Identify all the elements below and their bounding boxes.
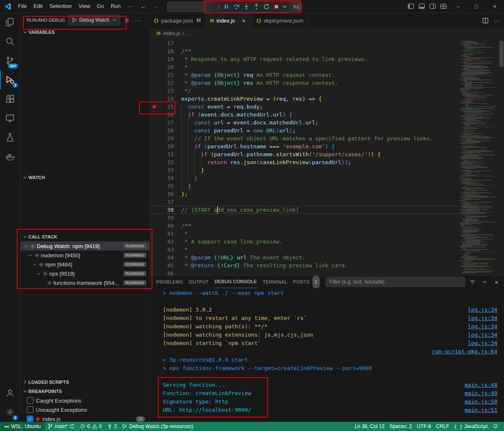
code-editor[interactable]: 1718/**19 * Responds to any HTTP request… bbox=[149, 38, 504, 275]
line-number[interactable]: 37 bbox=[159, 199, 174, 205]
code-line[interactable]: 34 } bbox=[149, 174, 459, 182]
stop-button[interactable] bbox=[271, 2, 281, 12]
callstack-section-header[interactable]: CALL STACK bbox=[20, 232, 149, 241]
console-filter-input[interactable] bbox=[326, 277, 465, 287]
line-number[interactable]: 40 bbox=[159, 223, 174, 229]
pause-button[interactable] bbox=[221, 2, 231, 12]
line-number[interactable]: 22 bbox=[159, 80, 174, 86]
line-number[interactable]: 33 bbox=[159, 167, 174, 173]
panel-tab-ports[interactable]: PORTS2 bbox=[293, 276, 320, 288]
step-over-button[interactable] bbox=[231, 2, 241, 12]
statusbar-ports[interactable]: 2 bbox=[104, 422, 119, 431]
line-number[interactable]: 20 bbox=[159, 64, 174, 70]
code-line[interactable]: 19 * Responds to any HTTP request relate… bbox=[149, 55, 459, 63]
line-number[interactable]: 35 bbox=[159, 183, 174, 189]
code-line[interactable]: 28 const parsedUrl = new URL(url); bbox=[149, 127, 459, 134]
breakpoints-section-header[interactable]: BREAKPOINTS bbox=[20, 387, 149, 396]
code-line[interactable]: 30 if (parsedUrl.hostname === 'example.c… bbox=[149, 142, 459, 150]
toggle-primary-sidebar-icon[interactable] bbox=[405, 1, 416, 12]
line-number[interactable]: 44 bbox=[159, 254, 174, 261]
step-out-button[interactable] bbox=[251, 2, 261, 12]
activity-settings[interactable]: 1 bbox=[0, 403, 20, 422]
callstack-row[interactable]: npx [9519]RUNNING bbox=[20, 269, 149, 278]
console-source-link[interactable]: main.js:48 bbox=[465, 381, 497, 389]
panel-tab-problems[interactable]: PROBLEMS bbox=[156, 276, 183, 288]
debug-console-input[interactable] bbox=[149, 413, 504, 422]
breakpoint-gutter[interactable] bbox=[149, 105, 159, 109]
code-line[interactable]: 41 * bbox=[149, 230, 459, 238]
restart-button[interactable] bbox=[261, 2, 271, 12]
statusbar-problems[interactable]: 00 bbox=[77, 422, 104, 431]
code-area[interactable]: 1718/**19 * Responds to any HTTP request… bbox=[149, 38, 459, 275]
activity-search[interactable] bbox=[0, 32, 20, 51]
minimize-button[interactable]: – bbox=[449, 0, 467, 13]
activity-extensions[interactable] bbox=[0, 89, 20, 109]
debug-settings-gear-icon[interactable] bbox=[123, 16, 131, 24]
activity-testing[interactable] bbox=[0, 128, 20, 147]
panel-tab-debug-console[interactable]: DEBUG CONSOLE bbox=[215, 276, 257, 288]
menu-selection[interactable]: Selection bbox=[46, 2, 75, 11]
line-number[interactable]: 39 bbox=[159, 215, 174, 221]
statusbar-cursor-position[interactable]: Ln 38, Col 12 bbox=[352, 422, 387, 431]
line-number[interactable]: 41 bbox=[159, 231, 174, 237]
tab-package.json[interactable]: {}package.jsonM bbox=[149, 13, 205, 28]
statusbar-debug-session[interactable]: Debug Watch (3p-resources) bbox=[119, 422, 196, 431]
breakpoint-row[interactable]: ✓index.js25 bbox=[20, 414, 149, 422]
split-editor-icon[interactable] bbox=[482, 18, 489, 24]
console-source-link[interactable]: log.js:34 bbox=[468, 314, 497, 322]
code-line[interactable]: 21 * @param {Object} req An HTTP request… bbox=[149, 71, 459, 79]
console-source-link[interactable]: log.js:34 bbox=[468, 322, 497, 331]
watch-section-header[interactable]: WATCH bbox=[20, 173, 149, 182]
line-number[interactable]: 19 bbox=[159, 56, 174, 62]
breakpoint-row[interactable]: Caught Exceptions bbox=[20, 396, 149, 405]
start-debug-icon[interactable] bbox=[71, 17, 77, 23]
breadcrumb[interactable]: JS index.js › ... bbox=[149, 28, 504, 38]
line-number[interactable]: 43 bbox=[159, 246, 174, 253]
code-line[interactable]: 25 const event = req.body; bbox=[149, 103, 459, 111]
menu-view[interactable]: View bbox=[75, 2, 94, 11]
toolbar-chevron-button[interactable] bbox=[281, 2, 288, 12]
callstack-row[interactable]: Debug Watch: npm [9419]RUNNING bbox=[20, 241, 149, 251]
line-number[interactable]: 21 bbox=[159, 72, 174, 78]
minimap[interactable] bbox=[459, 38, 499, 275]
code-line[interactable]: 37 bbox=[149, 198, 459, 206]
maximize-button[interactable]: □ bbox=[467, 0, 486, 13]
code-line[interactable]: 43 * bbox=[149, 246, 459, 254]
loaded-scripts-section-header[interactable]: LOADED SCRIPTS bbox=[20, 378, 149, 387]
editor-more-actions[interactable]: ··· bbox=[494, 18, 499, 24]
code-line[interactable]: 36}; bbox=[149, 190, 459, 198]
code-line[interactable]: 38// [START add_ons_case_preview_link] bbox=[149, 206, 459, 214]
forward-arrow-icon[interactable]: → bbox=[152, 3, 158, 10]
customize-layout-icon[interactable] bbox=[438, 1, 449, 12]
line-number[interactable]: 46 bbox=[159, 270, 174, 275]
tab-deployment.json[interactable]: {}deployment.json bbox=[252, 13, 308, 28]
code-line[interactable]: 23 */ bbox=[149, 87, 459, 95]
remote-indicator[interactable]: >< WSL: Ubuntu bbox=[0, 422, 45, 431]
code-line[interactable]: 29 // If the event object URL matches a … bbox=[149, 134, 459, 142]
menu-more[interactable]: ··· bbox=[124, 2, 136, 11]
debug-config-dropdown[interactable]: Debug Watch bbox=[68, 15, 120, 25]
line-number[interactable]: 38 bbox=[159, 207, 174, 213]
breakpoint-checkbox[interactable]: ✓ bbox=[27, 416, 33, 422]
activity-remote-explorer[interactable] bbox=[0, 109, 20, 128]
activity-docker[interactable] bbox=[0, 147, 20, 166]
code-line[interactable]: 26 if (event.docs.matchedUrl.url) { bbox=[149, 111, 459, 119]
line-number[interactable]: 45 bbox=[159, 262, 174, 269]
close-panel-icon[interactable]: × bbox=[492, 277, 501, 286]
step-into-button[interactable] bbox=[241, 2, 251, 12]
statusbar-eol[interactable]: CRLF bbox=[433, 422, 451, 431]
close-button[interactable]: × bbox=[486, 0, 504, 13]
back-arrow-icon[interactable]: ← bbox=[140, 3, 146, 10]
sidebar-more-actions[interactable]: ··· bbox=[134, 16, 142, 24]
code-line[interactable]: 42 * A support case link preview. bbox=[149, 238, 459, 246]
toggle-panel-icon[interactable] bbox=[416, 1, 427, 12]
activity-accounts[interactable] bbox=[0, 383, 20, 403]
line-number[interactable]: 24 bbox=[159, 96, 174, 102]
callstack-row[interactable]: npm [9484]RUNNING bbox=[20, 260, 149, 269]
line-number[interactable]: 28 bbox=[159, 127, 174, 134]
code-line[interactable]: 17 bbox=[149, 39, 459, 47]
code-line[interactable]: 45 * @return {!Card} The resulting previ… bbox=[149, 261, 459, 269]
code-line[interactable]: 22 * @param {Object} res An HTTP respons… bbox=[149, 79, 459, 87]
line-number[interactable]: 23 bbox=[159, 88, 174, 94]
breakpoint-row[interactable]: Uncaught Exceptions bbox=[20, 405, 149, 414]
